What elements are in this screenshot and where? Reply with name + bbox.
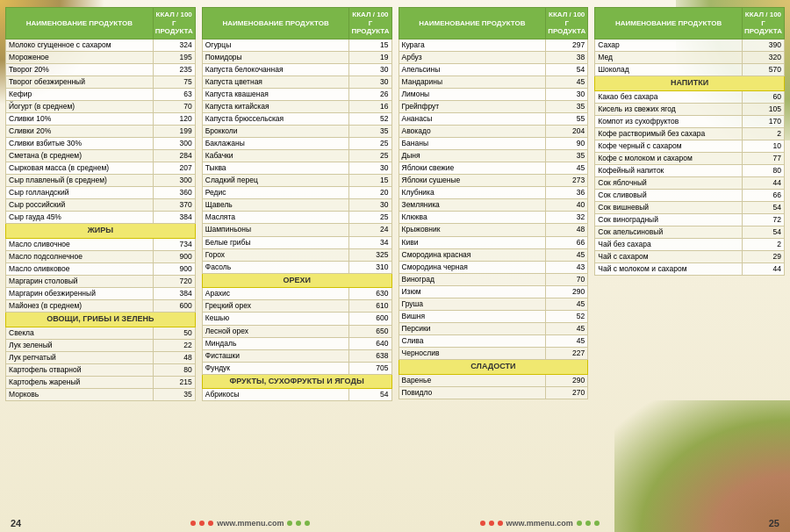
table-row: Сок сливовый66 <box>595 189 785 201</box>
table-row: Дыня35 <box>399 150 588 162</box>
product-name: Лесной орех <box>202 325 349 337</box>
product-name: Маргарин обезжиренный <box>6 288 154 300</box>
product-name: Свекла <box>6 327 154 340</box>
table-row: Белые грибы34 <box>202 236 391 248</box>
product-calories: 75 <box>153 75 195 88</box>
product-name: Щавель <box>202 199 349 212</box>
product-name: Чай с сахаром <box>595 251 743 263</box>
table-col3: НАИМЕНОВАНИЕ ПРОДУКТОВ ККАЛ / 100 Г ПРОД… <box>399 7 589 399</box>
product-name: Майонез (в среднем) <box>6 300 154 313</box>
table-row: Сыр российский370 <box>6 199 196 212</box>
product-calories: 66 <box>742 189 784 201</box>
product-name: Кефир <box>6 88 154 100</box>
product-name: Бананы <box>399 138 546 150</box>
dot-r4 <box>577 521 582 526</box>
product-name: Брокколи <box>202 126 349 138</box>
table-row: Лесной орех650 <box>202 325 391 337</box>
table-row: Майонез (в среднем)600 <box>6 300 196 313</box>
table-row: Лимоны30 <box>399 88 588 100</box>
product-calories: 80 <box>742 164 784 176</box>
product-calories: 66 <box>546 236 588 248</box>
table-row: Персики45 <box>399 322 588 334</box>
product-calories: 25 <box>349 138 391 150</box>
table-row: Масло сливочное734 <box>6 239 196 251</box>
product-calories: 43 <box>546 261 588 273</box>
dot-r6 <box>594 521 600 526</box>
product-name: Сыр плавленый (в среднем) <box>6 175 154 187</box>
product-name: Яблоки сушеные <box>399 175 546 187</box>
product-name: Апельсины <box>399 63 546 75</box>
product-name: Виноград <box>399 273 546 285</box>
product-name: Сок вишневый <box>595 202 743 214</box>
product-calories: 54 <box>742 202 784 214</box>
product-calories: 900 <box>153 251 195 263</box>
table-col2: НАИМЕНОВАНИЕ ПРОДУКТОВ ККАЛ / 100 Г ПРОД… <box>202 7 392 401</box>
product-calories: 325 <box>349 248 391 261</box>
product-calories: 734 <box>153 239 195 251</box>
product-calories: 44 <box>742 176 784 189</box>
table-row: Грецкий орех610 <box>202 300 391 313</box>
product-name: Масло оливковое <box>6 263 154 276</box>
product-calories: 44 <box>742 263 784 276</box>
product-name: Сок сливовый <box>595 189 743 201</box>
table-row: Маслята25 <box>202 212 391 224</box>
product-calories: 30 <box>349 75 391 88</box>
product-calories: 273 <box>546 175 588 187</box>
product-name: Картофель отварной <box>6 364 154 377</box>
product-calories: 40 <box>546 199 588 212</box>
section-label: НАПИТКИ <box>595 75 785 90</box>
dot-2 <box>199 521 205 526</box>
product-name: Чернослив <box>399 347 546 359</box>
product-name: Миндаль <box>202 337 349 349</box>
table-row: Авокадо204 <box>399 126 588 138</box>
table-row: Клюква32 <box>399 212 588 224</box>
product-calories: 26 <box>349 88 391 100</box>
table-row: Мороженое195 <box>6 51 196 63</box>
product-name: Морковь <box>6 389 154 401</box>
product-name: Белые грибы <box>202 236 349 248</box>
table-row: Фисташки638 <box>202 349 391 362</box>
table-row: Маргарин обезжиренный384 <box>6 288 196 300</box>
product-name: Груша <box>399 298 546 310</box>
right-page-number: 25 <box>769 518 779 528</box>
product-calories: 370 <box>153 199 195 212</box>
product-calories: 54 <box>742 226 784 239</box>
table-row: Маргарин столовый720 <box>6 276 196 288</box>
product-name: Смородина черная <box>399 261 546 273</box>
table-row: Картофель жареный215 <box>6 377 196 389</box>
product-name: Маслята <box>202 212 349 224</box>
product-calories: 650 <box>349 325 391 337</box>
table-row: Ананасы55 <box>399 113 588 126</box>
table-row: Курага297 <box>399 39 588 51</box>
product-calories: 45 <box>546 75 588 88</box>
divider-2 <box>394 7 397 506</box>
product-name: Сметана (в среднем) <box>6 150 154 162</box>
product-name: Чай с молоком и сахаром <box>595 263 743 276</box>
product-name: Горох <box>202 248 349 261</box>
product-name: Сок апельсиновый <box>595 226 743 239</box>
product-name: Клюква <box>399 212 546 224</box>
table-row: Лук репчатый48 <box>6 352 196 364</box>
product-calories: 35 <box>546 101 588 113</box>
table-row: Яблоки свежие45 <box>399 162 588 175</box>
dot-r5 <box>585 521 591 526</box>
table-row: Кабачки25 <box>202 150 391 162</box>
product-name: Какао без сахара <box>595 90 743 103</box>
product-name: Смородина красная <box>399 248 546 261</box>
product-name: Сливки 20% <box>6 126 154 138</box>
table-row: Лук зеленый22 <box>6 340 196 352</box>
table-row: Сок вишневый54 <box>595 202 785 214</box>
product-calories: 227 <box>546 347 588 359</box>
table-row: Творог обезжиренный75 <box>6 75 196 88</box>
table-row: Молоко сгущенное с сахаром324 <box>6 39 196 51</box>
product-name: Масло подсолнечное <box>6 251 154 263</box>
table-row: Сметана (в среднем)284 <box>6 150 196 162</box>
product-name: Сыр голландский <box>6 187 154 199</box>
product-calories: 390 <box>742 39 784 51</box>
table-row: Кофе с молоком и сахаром77 <box>595 152 785 164</box>
table-row: Апельсины54 <box>399 63 588 75</box>
table-row: Кофе черный с сахаром10 <box>595 140 785 152</box>
table-row: Клубника36 <box>399 187 588 199</box>
product-calories: 60 <box>742 90 784 103</box>
col1-header-val: ККАЛ / 100 Г ПРОДУКТА <box>153 8 195 40</box>
